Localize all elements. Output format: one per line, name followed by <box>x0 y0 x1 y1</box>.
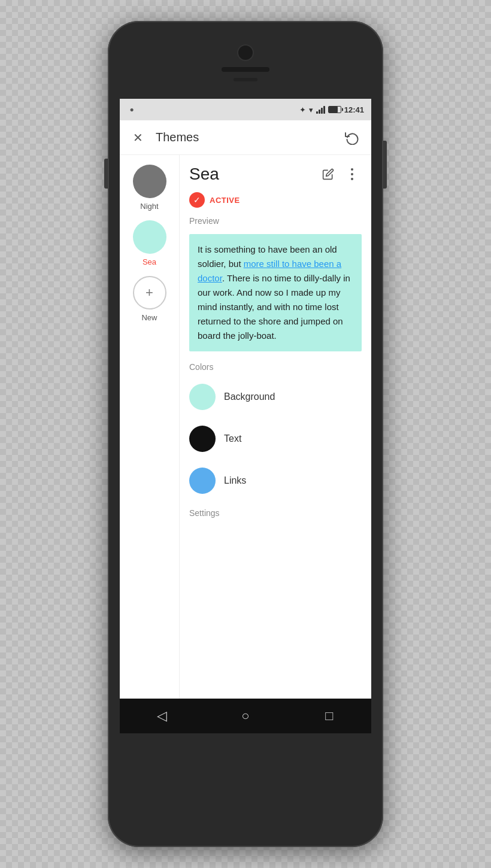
preview-box: It is something to have been an old sold… <box>189 234 362 351</box>
color-text-row[interactable]: Text <box>189 422 362 456</box>
battery-fill <box>329 107 338 113</box>
navigation-bar: ◁ ○ □ <box>120 699 371 733</box>
signal-bar-1 <box>316 111 318 114</box>
app-content: Night Sea + New Sea <box>120 155 371 699</box>
status-time: 12:41 <box>344 105 364 114</box>
notification-icon: ● <box>127 105 137 114</box>
color-background-row[interactable]: Background <box>189 380 362 414</box>
svg-point-0 <box>351 168 353 171</box>
edit-theme-button[interactable] <box>319 165 338 184</box>
sidebar-item-night[interactable]: Night <box>133 165 166 211</box>
home-button[interactable]: ○ <box>234 704 257 728</box>
theme-detail-panel: Sea <box>180 155 371 699</box>
sidebar-item-sea[interactable]: Sea <box>133 220 166 266</box>
volume-button <box>104 159 108 189</box>
settings-section-label: Settings <box>189 508 362 518</box>
signal-bar-2 <box>319 110 320 114</box>
theme-title-row: Sea <box>189 165 362 184</box>
back-button[interactable]: ◁ <box>150 704 174 728</box>
sea-theme-label: Sea <box>143 257 156 266</box>
phone-outer: ● ✦ ▾ 12:41 ✕ Themes <box>108 21 383 847</box>
bluetooth-icon: ✦ <box>299 105 306 114</box>
proximity-sensor <box>234 78 257 81</box>
battery-indicator <box>328 106 341 113</box>
phone-top-hardware <box>108 21 383 99</box>
text-color-dot <box>189 426 216 452</box>
svg-point-1 <box>351 173 353 175</box>
background-color-label: Background <box>224 391 275 402</box>
app-title: Themes <box>156 130 333 144</box>
power-button <box>383 141 387 189</box>
signal-bar-4 <box>323 106 325 114</box>
signal-bar-3 <box>321 108 323 114</box>
wifi-icon: ▾ <box>309 105 313 114</box>
signal-strength <box>316 106 325 114</box>
links-color-dot <box>189 468 216 494</box>
more-options-button[interactable] <box>343 165 362 184</box>
close-button[interactable]: ✕ <box>129 129 146 146</box>
status-bar: ● ✦ ▾ 12:41 <box>120 99 371 120</box>
phone-bottom-hardware <box>108 733 383 811</box>
night-theme-circle <box>133 165 166 198</box>
add-theme-button[interactable]: + <box>133 276 166 309</box>
phone-screen: ● ✦ ▾ 12:41 ✕ Themes <box>120 99 371 733</box>
front-camera <box>237 44 254 61</box>
app-header: ✕ Themes <box>120 120 371 155</box>
svg-point-2 <box>351 178 353 180</box>
background-color-dot <box>189 384 216 410</box>
colors-section-label: Colors <box>189 362 362 372</box>
earpiece-speaker <box>222 67 269 72</box>
recents-button[interactable]: □ <box>317 704 341 728</box>
active-label: ACTIVE <box>210 196 240 205</box>
active-badge: ✓ ACTIVE <box>189 192 362 208</box>
active-check-icon: ✓ <box>189 192 205 208</box>
links-color-label: Links <box>224 475 246 486</box>
new-theme-label: New <box>141 313 157 322</box>
night-theme-label: Night <box>140 202 158 211</box>
status-right: ✦ ▾ 12:41 <box>299 105 364 114</box>
sidebar-item-new[interactable]: + New <box>133 276 166 322</box>
color-links-row[interactable]: Links <box>189 464 362 497</box>
text-color-label: Text <box>224 433 241 444</box>
history-button[interactable] <box>343 128 362 147</box>
preview-label: Preview <box>189 216 362 226</box>
sea-theme-circle <box>133 220 166 254</box>
theme-name: Sea <box>189 165 314 184</box>
themes-sidebar: Night Sea + New <box>120 155 180 699</box>
status-left: ● <box>127 105 137 114</box>
